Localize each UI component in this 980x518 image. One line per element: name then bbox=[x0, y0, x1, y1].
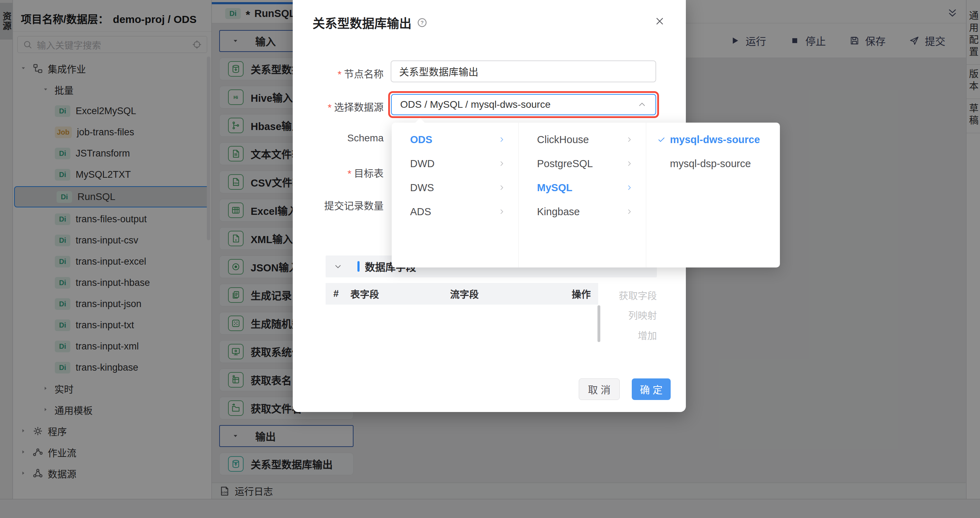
cascader-option-label: MySQL bbox=[537, 182, 573, 194]
chevron-right-icon bbox=[625, 184, 633, 192]
table-column-header: 流字段 bbox=[450, 287, 572, 301]
cascader-option[interactable]: mysql-dsp-source bbox=[646, 152, 780, 176]
field-label-schema: Schema bbox=[293, 132, 383, 144]
required-asterisk: * bbox=[347, 168, 352, 179]
node-name-value: 关系型数据库输出 bbox=[399, 64, 478, 78]
chevron-right-icon bbox=[498, 136, 506, 143]
cascader-option[interactable]: PostgreSQL bbox=[519, 152, 646, 176]
datasource-select[interactable]: ODS / MySQL / mysql-dws-source bbox=[391, 94, 656, 115]
field-label-commit-count: 提交记录数量 bbox=[293, 198, 383, 212]
cascader-option-label: mysql-dws-source bbox=[670, 134, 760, 146]
cascader-option-label: ODS bbox=[410, 134, 433, 146]
check-icon bbox=[657, 135, 670, 144]
cascader-option-label: ClickHouse bbox=[537, 134, 589, 146]
cascader-option-label: DWS bbox=[410, 182, 434, 194]
chevron-right-icon bbox=[498, 208, 506, 216]
chevron-right-icon bbox=[625, 208, 633, 216]
modal-title-text: 关系型数据库输出 bbox=[312, 13, 412, 32]
chevron-right-icon bbox=[498, 184, 506, 192]
cascader-option-label: DWD bbox=[410, 158, 434, 170]
svg-text:?: ? bbox=[421, 20, 424, 25]
table-column-header: 表字段 bbox=[350, 287, 450, 301]
datasource-cascader: ODSDWDDWSADSClickHousePostgreSQLMySQLKin… bbox=[392, 122, 780, 267]
ok-button[interactable]: 确 定 bbox=[632, 378, 671, 400]
cascader-option[interactable]: MySQL bbox=[519, 176, 646, 200]
chevron-right-icon bbox=[498, 160, 506, 167]
node-name-input[interactable]: 关系型数据库输出 bbox=[391, 60, 656, 82]
datasource-highlight-ring: ODS / MySQL / mysql-dws-source bbox=[388, 91, 659, 118]
required-asterisk: * bbox=[328, 102, 332, 113]
chevron-right-icon bbox=[625, 160, 633, 167]
field-table-header: #表字段流字段操作 bbox=[326, 283, 598, 305]
cascader-option[interactable]: ClickHouse bbox=[519, 127, 646, 152]
cancel-button[interactable]: 取 消 bbox=[579, 378, 620, 400]
chevron-right-icon bbox=[625, 136, 633, 143]
table-column-header: # bbox=[326, 288, 350, 299]
cascader-option[interactable]: ADS bbox=[392, 200, 518, 224]
field-table-body bbox=[326, 305, 598, 361]
help-icon[interactable]: ? bbox=[417, 17, 428, 28]
chevron-up-icon bbox=[637, 100, 647, 110]
modal-title: 关系型数据库输出 ? bbox=[312, 13, 428, 32]
datasource-value: ODS / MySQL / mysql-dws-source bbox=[400, 99, 550, 110]
cascader-option[interactable]: mysql-dws-source bbox=[646, 127, 780, 152]
cascader-option[interactable]: ODS bbox=[392, 127, 518, 152]
cascader-option-label: ADS bbox=[410, 206, 431, 218]
cascader-option-label: mysql-dsp-source bbox=[670, 158, 751, 170]
cascader-option-label: Kingbase bbox=[537, 206, 580, 218]
table-action-1[interactable]: 列映射 bbox=[562, 308, 657, 322]
table-action-2[interactable]: 增加 bbox=[562, 328, 657, 342]
cascader-column-1: ODSDWDDWSADS bbox=[392, 122, 519, 267]
field-label-target-table: *目标表 bbox=[293, 166, 383, 180]
cascader-option[interactable]: Kingbase bbox=[519, 200, 646, 224]
field-label-node-name: *节点名称 bbox=[293, 67, 383, 81]
close-icon[interactable] bbox=[654, 16, 665, 27]
check-spacer bbox=[657, 159, 670, 168]
cascader-option[interactable]: DWD bbox=[392, 152, 518, 176]
cascader-column-2: ClickHousePostgreSQLMySQLKingbase bbox=[519, 122, 646, 267]
table-action-0[interactable]: 获取字段 bbox=[562, 288, 657, 302]
section-marker bbox=[358, 261, 360, 272]
cascader-option-label: PostgreSQL bbox=[537, 158, 593, 170]
cascader-column-3: mysql-dws-sourcemysql-dsp-source bbox=[646, 122, 780, 267]
chevron-down-icon bbox=[333, 262, 342, 271]
field-label-datasource: *选择数据源 bbox=[293, 100, 383, 114]
required-asterisk: * bbox=[337, 69, 342, 80]
cascader-option[interactable]: DWS bbox=[392, 176, 518, 200]
